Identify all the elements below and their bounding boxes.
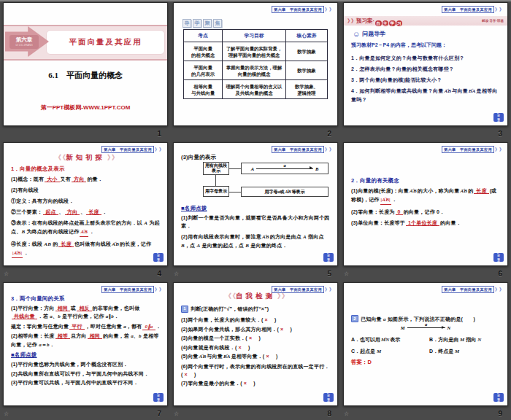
text-segment: (1)概念：既有 [11,176,44,182]
chapter-header-text: 第六章 平面向量及其应用 [101,146,154,153]
nav-badge-text: 栏目 导引 [326,393,331,402]
text-segment: N [477,337,481,343]
slide-number: 5 [327,270,331,278]
text-segment: 大小 [45,176,59,182]
text-segment: ． [50,342,55,347]
quiz-items: (1)两个向量，长度大的向量较大．(× )(2)如果两个向量共线，那么其方向相同… [181,316,331,389]
text-segment: 用字母 [264,190,277,195]
corner-star-icon: ☆ [4,411,9,417]
flow-box-letter-representation: 用字母表示 [203,186,229,197]
table-row: 平面向量 的相关概念了解平面向量的实际背景， 理解平面向量的相关概念数学抽象 [184,42,328,61]
nav-badge: 栏目 导引 [493,113,504,122]
content-lines: (1)概念：既有大小又有方向的量．(2)有向线段①定义：具有方向的线段．②三个要… [11,175,161,261]
text-segment: ①定义：具有方向的线段． [11,198,74,203]
slide-cell-3: 第六章 平面向量及其应用 》》 》》 预习案· 自主学习 解读·导学·固基 ☺ … [340,0,511,140]
text-line: 4．如何判断相等向量或共线向量？向量AB与向量BA是相等向量吗？ [351,87,502,104]
text-segment: (2)如果两个向量共线，那么其方向相同．( [181,327,279,332]
smiley-icon: ☺ [353,31,360,38]
table-cell: 数学抽象 [285,61,327,80]
slide-thumbnail-7[interactable]: 第六章 平面向量及其应用 》》 3．两个向量间的关系 (1)平行向量：方向相同或… [3,282,168,406]
text-segment: (1)判断一个量是否为向量，就要看它是否具备大小和方向两个因素． [181,215,330,228]
table-cell: 了解平面向量的实际背景， 理解平面向量的相关概念 [223,42,286,61]
text-segment: M [455,349,459,354]
text-segment: B．方向是由 [429,337,460,342]
slide-thumbnail-2[interactable]: 第六章 平面向量及其应用 》》 导学聚焦 考点学习目标核心素养平面向量 的相关概… [173,2,338,126]
slide-number: 9 [498,410,502,418]
topic-title: 2．向量的有关概念 [351,176,502,184]
deco-title: 新知初探 [66,153,105,163]
text-segment: ) [253,335,261,341]
text-segment: (2)有向线段 [11,187,39,192]
slide-cell-7: 第六章 平面向量及其应用 》》 3．两个向量间的关系 (1)平行向量：方向相同或… [0,280,170,420]
deco-wing-icon: 《《 [55,153,64,163]
text-segment: 方向 [65,209,80,215]
slide-thumbnail-1[interactable]: 平面向量及其应用 第六章 DI LIU ZHANG 6.1 平面向量的概念 第一… [3,2,168,126]
topic-heading: (3)向量的表示 [181,153,331,161]
text-line: (3)向量的模是一个正实数．(× ) [181,334,331,342]
char-box: 聚 [203,19,212,28]
chapter-title-box: 平面向量及其应用 [46,30,165,55]
text-segment: 是向量的起点，点 [200,243,245,248]
text-segment: (1)两个向量，长度大的向量较大．( [181,317,264,322]
text-segment: (3)向量的模是一个正实数．( [181,335,247,341]
text-segment: A．也可以用 [351,337,380,342]
text-segment: AB [111,241,120,249]
text-segment: 与向量 [207,354,223,359]
text-segment: 表示 [390,337,400,342]
badge-line: 导引 [496,397,502,402]
text-segment: 的向量，记作 [404,209,437,214]
table: 考点学习目标核心素养平面向量 的相关概念了解平面向量的实际背景， 理解平面向量的… [183,29,328,99]
slide-cell-8: 第六章 平面向量及其应用 》》 《《 自我检测 》》 1 判断(正确的打“√”，… [170,280,340,420]
slide-thumbnail-9[interactable]: 第六章 平面向量及其应用 》》 2 已知向量 a 如图所示，下列说法不正确的是(… [343,282,508,406]
slide-cell-5: 第六章 平面向量及其应用 》》 (3)向量的表示 用有向线段表示 A a B 用… [170,140,340,280]
chapter-header-text: 第六章 平面向量及其应用 [442,286,494,293]
slide-thumbnail-4[interactable]: 第六章 平面向量及其应用 》》 《《 新知初探 》》 1．向量的概念及表示 (1… [3,142,168,266]
text-line: (2)有向线段 [11,186,161,194]
slide-thumbnail-5[interactable]: 第六章 平面向量及其应用 》》 (3)向量的表示 用有向线段表示 A a B 用… [173,142,338,266]
text-segment: 相反 [77,306,91,311]
diagram-start-label: A [251,166,254,171]
char-box: 焦 [213,19,222,28]
slide-thumbnail-3[interactable]: 第六章 平面向量及其应用 》》 》》 预习案· 自主学习 解读·导学·固基 ☺ … [343,2,508,126]
corner-star-icon: ☆ [174,271,179,277]
text-segment: (7)零向量是最小的向量．( [181,381,242,386]
text-segment: 0∥a [142,324,155,330]
flowchart: 用有向线段表示 A a B 用字母表示 用字母 a 或 AB 等表示 [203,162,333,198]
corner-star-icon: ☆ [174,411,179,417]
chapter-header-chip: 第六章 平面向量及其应用 》》 [442,6,504,13]
text-segment: ) [269,317,277,322]
badge-line: 导引 [496,257,502,262]
vector-diagram: M a N [344,325,507,330]
slide-thumbnail-6[interactable]: 第六章 平面向量及其应用 》》 2．向量的有关概念 (1)向量的模(长度)：向量… [343,142,508,266]
nav-badge: 栏目 导引 [323,393,334,402]
band-subtext: 解读·导学·固基 [482,18,504,23]
flow-connector [215,175,216,186]
watermark-text: 第一PPT模板网-WWW.1PPT.COM [4,104,167,112]
option-a: A．也可以用MN表示 [351,335,429,344]
text-segment: 1个单位长度 [406,220,439,226]
text-line: (3)平行向量可以共线，与平面几何中的直线平行不同． [11,378,161,386]
text-segment: 相同 [55,306,70,311]
text-segment: 的向量，若 [103,333,131,338]
tip-heading: ■名师点拨 [11,351,161,359]
text-segment: BA [223,353,231,361]
table-cell: 平面向量 的相关概念 [184,42,223,61]
tip-heading: ■名师点拨 [181,204,331,212]
question-number-badge: 1 [181,306,188,313]
chevron-icon: 》》 [155,287,164,293]
text-segment: ) [243,345,250,350]
intro-text: 预习教材P2－P4 的内容，思考以下问题： [351,42,447,49]
badge-line: 导引 [156,397,161,402]
deco-wing-icon: 》》 [107,153,116,163]
text-line: (2)共线向量所在直线可以平行，与平面几何中的共线不同． [11,370,161,378]
text-segment: 方向 [72,176,86,182]
text-segment: AB [261,233,270,241]
chapter-header-text: 第六章 平面向量及其应用 [442,146,494,153]
chapter-header-text: 第六章 平面向量及其应用 [272,6,324,13]
tip-lines: (1)平行向量也称为共线向量，两个概念没有区别．(2)共线向量所在直线可以平行，… [11,360,161,388]
slide-thumbnail-8[interactable]: 第六章 平面向量及其应用 》》 《《 自我检测 》》 1 判断(正确的打“√”，… [173,282,338,406]
slide-number: 4 [157,270,161,278]
diagram-end-label: N [447,325,451,330]
section-band: 》》 预习案· 自主学习 解读·导学·固基 [344,16,507,26]
lesson-title: 6.1 平面向量的概念 [4,70,167,81]
